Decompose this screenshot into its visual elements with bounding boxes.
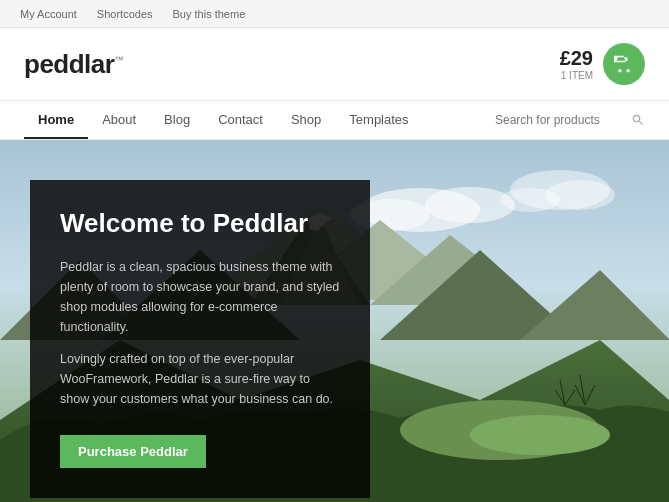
cart-area: £29 1 ITEM (560, 43, 645, 85)
nav-home[interactable]: Home (24, 101, 88, 139)
nav-templates[interactable]: Templates (335, 101, 422, 139)
search-input[interactable] (495, 113, 625, 127)
header: peddlar™ £29 1 ITEM (0, 28, 669, 100)
top-bar: My Account Shortcodes Buy this theme (0, 0, 669, 28)
cart-icon (614, 54, 634, 74)
nav-about[interactable]: About (88, 101, 150, 139)
hero-overlay: Welcome to Peddlar Peddlar is a clean, s… (30, 180, 370, 498)
topbar-my-account[interactable]: My Account (20, 8, 77, 20)
hero-paragraph-1: Peddlar is a clean, spacious business th… (60, 257, 340, 337)
topbar-buy-theme[interactable]: Buy this theme (173, 8, 246, 20)
nav-blog[interactable]: Blog (150, 101, 204, 139)
nav-contact[interactable]: Contact (204, 101, 277, 139)
nav: Home About Blog Contact Shop Templates (0, 100, 669, 140)
logo[interactable]: peddlar™ (24, 49, 123, 80)
cart-item-count: 1 ITEM (560, 70, 593, 81)
search-icon[interactable] (631, 113, 645, 127)
topbar-shortcodes[interactable]: Shortcodes (97, 8, 153, 20)
hero-paragraph-2: Lovingly crafted on top of the ever-popu… (60, 349, 340, 409)
svg-point-19 (470, 415, 610, 455)
cart-price: £29 1 ITEM (560, 47, 593, 81)
nav-shop[interactable]: Shop (277, 101, 335, 139)
cart-button[interactable] (603, 43, 645, 85)
svg-point-6 (500, 188, 560, 212)
purchase-button[interactable]: Purchase Peddlar (60, 435, 206, 468)
hero-section: Welcome to Peddlar Peddlar is a clean, s… (0, 140, 669, 502)
nav-search (495, 113, 645, 127)
cart-amount: £29 (560, 47, 593, 70)
nav-links: Home About Blog Contact Shop Templates (24, 101, 423, 139)
hero-title: Welcome to Peddlar (60, 208, 340, 239)
svg-point-2 (425, 187, 515, 223)
